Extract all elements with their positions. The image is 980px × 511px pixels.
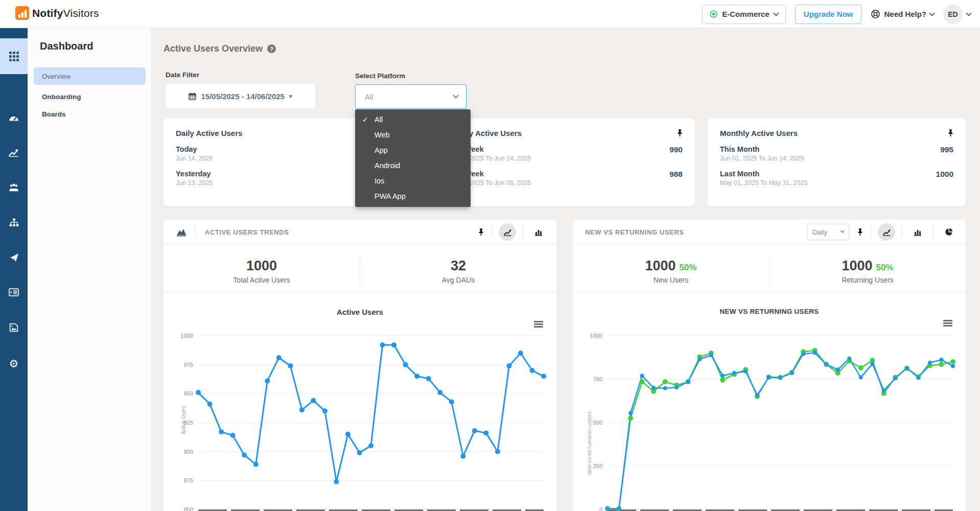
panel-stats: 100050% New Users 100050% Returning User…: [573, 251, 966, 291]
weekly-active-users-card: Weekly Active Users This WeekJun 09, 202…: [435, 119, 695, 206]
chart-menu-icon[interactable]: [943, 320, 952, 328]
period-select[interactable]: Daily: [807, 224, 850, 240]
platform-select-value: All: [365, 92, 374, 101]
pin-icon[interactable]: [477, 228, 485, 236]
rail-item-analytics[interactable]: [0, 138, 28, 167]
card-row: This WeekJun 09, 2025 To Jun 14, 2025990: [447, 145, 683, 162]
platform-option-all[interactable]: ✓All: [355, 112, 471, 127]
chevron-down-icon: [929, 10, 935, 16]
need-help-menu[interactable]: Need Help?: [871, 9, 934, 19]
pin-icon[interactable]: [856, 228, 864, 236]
svg-text:0: 0: [599, 506, 602, 511]
speedometer-icon: [9, 113, 19, 123]
svg-text:1000: 1000: [181, 333, 193, 339]
panel-title: NEW VS RETURNING USERS: [585, 228, 684, 236]
platform-filter-label: Select Platform: [355, 72, 405, 80]
line-chart-icon: [503, 228, 512, 236]
pie-chart-toggle[interactable]: [940, 223, 958, 241]
svg-text:1000: 1000: [590, 333, 602, 339]
brand-logo-icon: [15, 6, 29, 20]
percent-badge: 50%: [876, 263, 894, 273]
card-title: Weekly Active Users: [447, 129, 683, 137]
new-vs-returning-chart: 02505007501000: [578, 330, 961, 511]
need-help-label: Need Help?: [884, 10, 926, 18]
percent-badge: 50%: [680, 263, 697, 273]
sidebar-item-overview[interactable]: Overview: [34, 67, 146, 85]
line-chart-toggle[interactable]: [499, 223, 516, 241]
divider: [492, 226, 492, 238]
secondary-sidebar: Dashboard Overview Onboarding Boards: [28, 28, 152, 511]
lifebuoy-icon: [871, 9, 880, 19]
panel-header: NEW VS RETURNING USERS Daily: [573, 220, 966, 245]
check-icon: ✓: [362, 112, 368, 127]
help-icon[interactable]: ?: [267, 44, 276, 53]
svg-text:875: 875: [184, 477, 193, 483]
list-panel-icon: [9, 288, 19, 296]
svg-text:850: 850: [184, 506, 193, 511]
brand-name-light: Visitors: [63, 7, 99, 19]
card-row: Last MonthMay 01, 2025 To May 31, 202510…: [720, 170, 953, 187]
brand-name-bold: Notify: [32, 7, 63, 19]
platform-option-android[interactable]: Android: [355, 158, 471, 173]
bar-chart-toggle[interactable]: [909, 223, 926, 241]
sidebar-item-onboarding[interactable]: Onboarding: [34, 88, 146, 105]
rail-item-dashboard[interactable]: [0, 104, 28, 132]
divider: [523, 226, 523, 238]
panel-title: ACTIVE USERS TRENDS: [205, 228, 289, 236]
platform-option-web[interactable]: Web: [355, 127, 471, 143]
divider: [902, 226, 902, 238]
avatar: ED: [943, 5, 963, 24]
upgrade-now-button[interactable]: Upgrade Now: [795, 5, 862, 24]
date-range-picker[interactable]: 15/05/2025 - 14/06/2025 ▾: [166, 84, 315, 108]
line-chart-toggle[interactable]: [878, 223, 895, 241]
pin-icon[interactable]: [947, 129, 954, 137]
active-users-trends-panel: ACTIVE USERS TRENDS 1000 Total Active Us…: [164, 220, 556, 511]
monthly-active-users-card: Monthly Active Users This MonthJun 01, 2…: [708, 119, 966, 206]
svg-text:750: 750: [593, 376, 602, 382]
users-group-icon: [9, 183, 19, 192]
project-selector[interactable]: E-Commerce: [702, 5, 786, 24]
chevron-down-icon: [841, 229, 845, 233]
svg-text:250: 250: [593, 463, 602, 469]
divider: [933, 226, 934, 238]
divider: [871, 226, 871, 238]
account-menu[interactable]: ED: [943, 5, 971, 24]
page-title-row: Active Users Overview ?: [164, 43, 276, 54]
panel-header: ACTIVE USERS TRENDS: [164, 220, 556, 245]
project-status-icon: [710, 10, 717, 18]
pin-icon[interactable]: [676, 129, 684, 137]
chevron-down-icon: [453, 92, 458, 98]
rail-item-journeys[interactable]: [0, 278, 28, 307]
platform-select[interactable]: All: [355, 84, 466, 109]
bar-chart-toggle[interactable]: [530, 223, 547, 241]
bar-chart-icon: [534, 228, 543, 236]
platform-option-app[interactable]: App: [355, 143, 471, 158]
svg-text:975: 975: [184, 362, 193, 368]
card-row: This MonthJun 01, 2025 To Jun 14, 202599…: [720, 145, 953, 162]
platform-dropdown-menu: ✓All Web App Android Ios PWA App: [355, 109, 471, 207]
date-filter-label: Date Filter: [166, 71, 199, 79]
rail-item-audience[interactable]: [0, 173, 28, 202]
platform-option-pwa[interactable]: PWA App: [355, 189, 471, 204]
period-select-value: Daily: [812, 228, 827, 236]
rail-item-apps[interactable]: [0, 38, 28, 74]
rail-item-flows[interactable]: [0, 208, 28, 237]
icon-rail: ⚙: [0, 28, 28, 511]
date-range-value: 15/05/2025 - 14/06/2025: [201, 92, 284, 101]
chevron-down-icon: [966, 10, 971, 16]
rail-item-campaigns[interactable]: [0, 243, 28, 272]
page-title: Active Users Overview: [164, 43, 263, 54]
rail-item-settings[interactable]: ⚙: [0, 349, 28, 378]
stat-total-active-users: 1000 Total Active Users: [164, 258, 360, 284]
sidebar-item-boards[interactable]: Boards: [34, 105, 146, 123]
chevron-down-icon: [773, 10, 779, 16]
pie-chart-icon: [945, 228, 953, 236]
stat-new-users: 100050% New Users: [573, 258, 769, 284]
svg-text:900: 900: [184, 449, 193, 455]
card-row: Last WeekJun 02, 2025 To Jun 08, 2025988: [447, 170, 683, 187]
rail-item-pages[interactable]: [0, 313, 28, 342]
platform-option-ios[interactable]: Ios: [355, 173, 471, 189]
panel-stats: 1000 Total Active Users 32 Avg DAUs: [164, 251, 556, 291]
card-title: Monthly Active Users: [720, 129, 953, 137]
chart-menu-icon[interactable]: [534, 321, 543, 329]
